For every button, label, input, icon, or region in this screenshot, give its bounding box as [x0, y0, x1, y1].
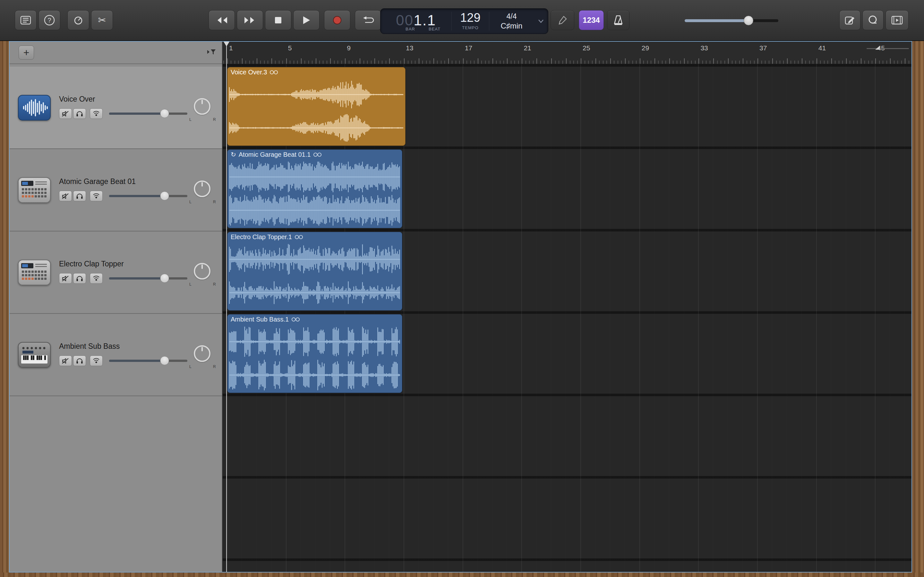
input-monitor-icon [92, 358, 100, 364]
pan-knob[interactable] [194, 181, 210, 197]
playhead[interactable] [226, 42, 227, 572]
pan-knob[interactable] [194, 98, 210, 115]
region[interactable]: ↻ Atomic Garage Beat 01.1 [227, 149, 402, 228]
solo-button[interactable] [73, 273, 86, 284]
svg-text:?: ? [47, 17, 51, 24]
zoom-handle-icon[interactable] [875, 45, 880, 50]
stop-button[interactable] [265, 10, 291, 30]
ruler[interactable]: 159131721252933374145 [223, 42, 911, 64]
forward-button[interactable] [237, 10, 263, 30]
headphones-icon [76, 358, 83, 364]
mute-button[interactable] [59, 191, 72, 201]
track-volume-slider[interactable] [109, 111, 187, 116]
pan-knob[interactable] [194, 345, 210, 362]
add-track-button[interactable]: + [19, 45, 34, 60]
play-icon [302, 16, 310, 24]
track-icon-drum-machine [18, 177, 51, 203]
region-title: Ambient Sub Bass.1 [231, 316, 289, 323]
help-button[interactable]: ? [39, 10, 60, 30]
region-waveform [228, 243, 401, 309]
lcd-display[interactable]: 001.1 BAR BEAT 129 TEMPO 4/4 C♯min [380, 8, 548, 34]
play-button[interactable] [293, 10, 320, 30]
media-browser-icon [891, 15, 903, 25]
input-monitor-button[interactable] [90, 356, 103, 366]
stereo-icon [294, 235, 303, 239]
mute-icon [61, 111, 69, 117]
tempo-label: TEMPO [462, 25, 478, 30]
zoom-slider[interactable] [867, 45, 909, 52]
mute-button[interactable] [59, 356, 72, 366]
solo-button[interactable] [73, 191, 86, 201]
view-toggle-group: ? [15, 10, 60, 30]
input-monitor-button[interactable] [90, 108, 103, 119]
rewind-icon [215, 16, 228, 24]
region[interactable]: Voice Over.3 [227, 67, 405, 146]
pan-pointer [202, 182, 203, 187]
stereo-icon [291, 317, 300, 322]
track-header[interactable]: Electro Clap Topper L R [10, 231, 222, 314]
help-icon: ? [43, 14, 55, 26]
input-monitor-button[interactable] [90, 273, 103, 284]
track-volume-slider[interactable] [109, 359, 187, 363]
solo-button[interactable] [73, 108, 86, 119]
pan-knob[interactable] [194, 263, 210, 279]
mute-button[interactable] [59, 108, 72, 119]
garageband-window: ? ✂ [0, 0, 924, 577]
pan-right-label: R [213, 364, 216, 369]
lcd-key-section[interactable]: 4/4 C♯min [489, 9, 534, 34]
knob-icon [73, 15, 84, 26]
pan-left-label: L [189, 282, 192, 287]
solo-button[interactable] [73, 356, 86, 366]
track-volume-slider[interactable] [109, 276, 187, 280]
key-signature: C♯min [501, 21, 522, 31]
playhead-position: 001.1 [396, 11, 436, 29]
region[interactable]: Electro Clap Topper.1 [227, 232, 402, 311]
mute-icon [61, 358, 69, 364]
track-name: Voice Over [59, 95, 95, 103]
pan-left-label: L [189, 364, 192, 369]
smart-controls-button[interactable] [67, 10, 89, 30]
lcd-tempo-section[interactable]: 129 TEMPO [452, 9, 489, 34]
rewind-button[interactable] [208, 10, 235, 30]
master-volume-slider[interactable] [685, 15, 779, 26]
volume-knob[interactable] [160, 109, 169, 118]
record-button[interactable] [324, 10, 351, 30]
track-header[interactable]: Atomic Garage Beat 01 L R [10, 149, 222, 231]
volume-knob[interactable] [744, 16, 753, 25]
volume-fill [109, 359, 165, 362]
volume-fill [109, 195, 165, 197]
input-monitor-button[interactable] [90, 191, 103, 201]
count-in-button[interactable]: 1234 [579, 10, 604, 30]
tuner-button[interactable] [551, 10, 574, 30]
ruler-bar-number: 29 [642, 44, 649, 52]
metronome-button[interactable] [607, 10, 630, 30]
tempo-value: 129 [460, 11, 480, 25]
library-button[interactable] [15, 10, 37, 30]
track-header-filter-icon[interactable] [207, 49, 216, 56]
zoom-groove [867, 48, 909, 49]
track-volume-slider[interactable] [109, 194, 187, 198]
lcd-mode-chevron[interactable] [534, 9, 548, 34]
region[interactable]: Ambient Sub Bass.1 [227, 314, 402, 393]
region-waveform [228, 160, 401, 227]
ruler-bar-number: 25 [583, 44, 590, 52]
volume-knob[interactable] [160, 191, 169, 200]
loop-badge-icon: ↻ [231, 151, 236, 158]
loop-browser-button[interactable] [863, 10, 884, 30]
track-header[interactable]: Voice Over L R [10, 67, 222, 149]
playhead-handle[interactable] [224, 42, 229, 47]
ruler-bar-number: 13 [406, 44, 413, 52]
editors-button[interactable]: ✂ [91, 10, 113, 30]
track-icon-synth [18, 342, 51, 367]
volume-knob[interactable] [160, 274, 169, 283]
track-header[interactable]: Ambient Sub Bass L R [10, 314, 222, 396]
mute-button[interactable] [59, 273, 72, 284]
headphones-icon [76, 276, 83, 282]
media-browser-button[interactable] [885, 10, 909, 30]
volume-knob[interactable] [160, 356, 169, 365]
lanes[interactable]: Voice Over.3 ↻ Atomic Garage Beat 01.1 E… [223, 64, 911, 572]
headphones-icon [76, 111, 83, 117]
cycle-button[interactable] [355, 10, 381, 30]
track-icon-voice-waveform [18, 95, 51, 121]
note-pad-button[interactable] [839, 10, 861, 30]
